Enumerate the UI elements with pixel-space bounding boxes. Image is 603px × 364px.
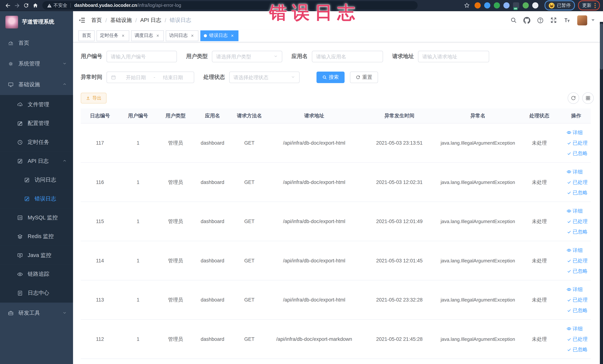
- close-icon[interactable]: ×: [155, 33, 160, 38]
- app-name-input[interactable]: [316, 54, 379, 59]
- user-type-select[interactable]: [216, 54, 272, 59]
- help-icon[interactable]: [537, 17, 544, 23]
- filter-label: 应用名: [291, 53, 308, 60]
- table-cell: java.lang.IllegalArgumentException: [438, 163, 517, 202]
- sidebar-item-trace[interactable]: 链路追踪: [0, 265, 73, 283]
- eye-small-icon: [567, 208, 571, 213]
- sidebar-item-job[interactable]: 定时任务: [0, 133, 73, 152]
- browser-scrollbar[interactable]: [600, 22, 603, 364]
- font-size-icon[interactable]: [563, 17, 570, 23]
- exception-time-end-input[interactable]: [156, 74, 190, 80]
- browser-home-button[interactable]: [31, 1, 40, 10]
- close-icon[interactable]: ×: [230, 33, 235, 38]
- sidebar-item-dev-tools[interactable]: 研发工具: [0, 303, 73, 324]
- tab-job[interactable]: 定时任务 ×: [97, 30, 129, 41]
- github-icon[interactable]: [523, 17, 530, 23]
- processed-link[interactable]: 已处理: [567, 295, 588, 305]
- processed-link[interactable]: 已处理: [567, 177, 588, 187]
- app-logo[interactable]: 芋道管理系统: [0, 11, 73, 33]
- tab-error-log[interactable]: 错误日志 ×: [200, 30, 238, 41]
- processed-link[interactable]: 已处理: [567, 138, 588, 148]
- extension-blue-shield[interactable]: [484, 2, 490, 8]
- ignored-link[interactable]: 已忽略: [567, 227, 588, 237]
- scrollbar-thumb[interactable]: [600, 23, 603, 70]
- page-content: 用户编号 用户类型 应用名 请求地址 异常时间 - 处理状态 搜索: [73, 42, 603, 364]
- request-url-input[interactable]: [422, 54, 485, 59]
- sidebar-item-mysql[interactable]: MySQL 监控: [0, 208, 73, 227]
- bookmark-star-icon[interactable]: [464, 2, 470, 8]
- filter-request-url: 请求地址: [392, 51, 489, 62]
- extension-orange-ring[interactable]: [475, 2, 481, 8]
- extension-green-circle[interactable]: [494, 2, 500, 8]
- sidebar-item-java[interactable]: Java 监控: [0, 246, 73, 265]
- processed-link[interactable]: 已处理: [567, 256, 588, 266]
- extension-dark-toggle[interactable]: on: [513, 2, 519, 8]
- detail-link[interactable]: 详细: [567, 128, 583, 138]
- detail-link[interactable]: 详细: [567, 284, 583, 294]
- sidebar-item-api-log[interactable]: API 日志: [0, 152, 73, 170]
- table-cell: 2021-05-02 23:32:28: [360, 280, 438, 319]
- browser-toolbar: 不安全 dashboard.yudao.iocoder.cn/infra/log…: [0, 0, 603, 11]
- sidebar-item-infra[interactable]: 基础设施: [0, 74, 73, 95]
- column-header: 处理状态: [517, 108, 561, 123]
- table-cell: java.lang.IllegalArgumentException: [438, 202, 517, 241]
- detail-link[interactable]: 详细: [567, 324, 583, 334]
- sidebar-item-label: Redis 监控: [28, 233, 54, 240]
- fullscreen-icon[interactable]: [550, 17, 557, 23]
- detail-link[interactable]: 详细: [567, 206, 583, 216]
- reset-button[interactable]: 重置: [350, 71, 378, 83]
- profile-chip[interactable]: 已暂停: [545, 0, 575, 10]
- ignored-link[interactable]: 已忽略: [567, 344, 588, 354]
- tab-access-log[interactable]: 访问日志 ×: [166, 30, 198, 41]
- processed-link[interactable]: 已处理: [567, 334, 588, 344]
- breadcrumb-item[interactable]: 首页: [91, 17, 102, 23]
- browser-back-button[interactable]: [3, 1, 12, 10]
- tab-job-log[interactable]: 调度日志 ×: [131, 30, 164, 41]
- sidebar-item-file[interactable]: 文件管理: [0, 95, 73, 114]
- browser-forward-button[interactable]: [12, 1, 22, 10]
- close-icon[interactable]: ×: [190, 33, 195, 38]
- ignored-link[interactable]: 已忽略: [567, 266, 588, 276]
- sidebar-item-log-center[interactable]: 日志中心: [0, 283, 73, 303]
- user-avatar[interactable]: [577, 15, 587, 25]
- ignored-link[interactable]: 已忽略: [567, 305, 588, 315]
- extension-paw[interactable]: [532, 2, 538, 8]
- user-id-input[interactable]: [111, 54, 173, 59]
- sidebar-item-error-log[interactable]: 错误日志: [0, 189, 73, 208]
- filter-label: 请求地址: [392, 53, 414, 60]
- sidebar-item-redis[interactable]: Redis 监控: [0, 227, 73, 246]
- sidebar-item-system[interactable]: 系统管理: [0, 53, 73, 74]
- extension-grid[interactable]: [503, 2, 510, 8]
- processed-link[interactable]: 已处理: [567, 216, 588, 226]
- ignored-link[interactable]: 已忽略: [567, 148, 588, 158]
- sidebar-item-access-log[interactable]: 访问日志: [0, 170, 73, 189]
- tab-home[interactable]: 首页: [78, 30, 94, 41]
- address-bar[interactable]: 不安全 dashboard.yudao.iocoder.cn/infra/log…: [42, 1, 418, 10]
- avatar-caret-icon[interactable]: [591, 19, 595, 21]
- address-divider: [70, 3, 71, 8]
- tags-view: 首页 定时任务 × 调度日志 × 访问日志 × 错误日志 ×: [73, 29, 603, 42]
- extension-leaf[interactable]: [522, 2, 529, 8]
- security-label[interactable]: 不安全: [53, 2, 67, 9]
- column-header: 应用名: [194, 108, 231, 123]
- breadcrumb-item[interactable]: 基础设施: [110, 17, 132, 23]
- sidebar-item-home[interactable]: 首页: [0, 33, 73, 53]
- export-button[interactable]: 导出: [81, 93, 107, 104]
- browser-reload-button[interactable]: [22, 1, 31, 10]
- detail-link[interactable]: 详细: [567, 167, 583, 177]
- search-button[interactable]: 搜索: [316, 71, 344, 83]
- sidebar-item-config[interactable]: 配置管理: [0, 114, 73, 133]
- columns-settings-button[interactable]: [582, 92, 594, 104]
- detail-link[interactable]: 详细: [567, 245, 583, 255]
- exception-time-start-input[interactable]: [119, 74, 153, 80]
- process-status-select[interactable]: [233, 74, 289, 80]
- sidebar-toggle-icon[interactable]: [78, 16, 86, 24]
- refresh-button[interactable]: [568, 92, 579, 104]
- close-icon[interactable]: ×: [120, 33, 126, 38]
- ignored-link[interactable]: 已忽略: [567, 188, 588, 198]
- breadcrumb-item[interactable]: API 日志: [140, 17, 161, 23]
- chrome-update-button[interactable]: 更新: [578, 0, 600, 10]
- search-icon[interactable]: [510, 17, 517, 23]
- sidebar-item-label: Java 监控: [28, 252, 51, 259]
- chrome-menu-kebab-icon[interactable]: [594, 5, 596, 6]
